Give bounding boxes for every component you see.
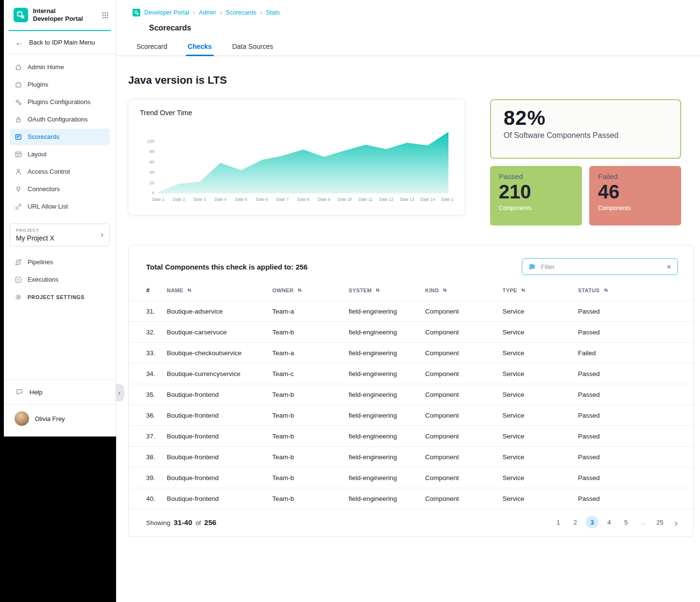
project-selector[interactable]: PROJECT My Project X ›: [10, 224, 110, 246]
sidebar-item-scorecards[interactable]: Scorecards: [10, 129, 110, 145]
back-to-idp-main-menu[interactable]: ← Back to IDP Main Menu: [4, 31, 116, 54]
showing-range: 31-40: [174, 518, 192, 527]
sidebar-item-label: Connectors: [28, 185, 60, 193]
showing-summary: Showing 31-40 of 256: [146, 518, 216, 527]
play-square-icon: [15, 276, 22, 284]
app-title-line2: Developer Portal: [33, 15, 83, 23]
cell-owner: Team-b: [267, 384, 343, 405]
showing-of: of: [195, 519, 201, 527]
sidebar-item-access-control[interactable]: Access Control: [10, 164, 110, 180]
table-row[interactable]: 31.Boutique-adserviceTeam-afield-enginee…: [129, 301, 693, 322]
column-header-owner[interactable]: OWNER: [267, 282, 343, 301]
apps-grid-icon[interactable]: [102, 12, 109, 19]
table-row[interactable]: 36.Boutique-frontendTeam-bfield-engineer…: [129, 405, 693, 426]
table-row[interactable]: 33.Boutique-checkoutserviceTeam-afield-e…: [129, 343, 693, 363]
trend-area-series: [158, 132, 448, 193]
filter-sliders-icon: [528, 263, 536, 271]
sort-icon[interactable]: [297, 287, 302, 293]
breadcrumb-scorecards[interactable]: Scorecards: [226, 9, 256, 16]
cell-owner: Team-b: [267, 467, 343, 488]
components-table-head-row: #NAMEOWNERSYSTEMKINDTYPESTATUS: [129, 282, 693, 301]
passed-card: Passed 210 Components: [490, 166, 582, 226]
failed-card: Failed 46 Components: [589, 166, 681, 226]
chat-icon: [15, 388, 23, 396]
cell-owner: Team-a: [267, 343, 343, 363]
sidebar-item-oauth-configurations[interactable]: OAuth Configurations: [10, 111, 110, 128]
sidebar-item-executions[interactable]: Executions: [10, 271, 110, 288]
cell-type: Service: [497, 488, 572, 509]
tabs-bar: Scorecard Checks Data Sources: [116, 41, 700, 56]
route-icon: [15, 258, 22, 266]
percent-passed-value: 82%: [504, 106, 668, 130]
sidebar-item-label: Plugins: [28, 81, 48, 88]
pagination-page-25[interactable]: 25: [654, 516, 666, 528]
column-header-system[interactable]: SYSTEM: [343, 282, 419, 301]
table-row[interactable]: 40.Boutique-frontendTeam-bfield-engineer…: [129, 488, 693, 509]
x-tick-label: Date 10: [338, 197, 352, 202]
cell-status: Passed: [572, 363, 693, 384]
sidebar-item-pipelines[interactable]: Pipelines: [10, 254, 110, 271]
cell-num: 32.: [129, 322, 161, 343]
sort-icon[interactable]: [442, 287, 447, 293]
breadcrumb-admin[interactable]: Admin: [199, 9, 216, 16]
column-header-label: TYPE: [503, 287, 517, 293]
sidebar-item-connectors[interactable]: Connectors: [10, 181, 110, 197]
column-header-type[interactable]: TYPE: [497, 282, 572, 301]
sidebar-item-project-settings[interactable]: PROJECT SETTINGS: [10, 289, 110, 305]
sidebar-item-admin-home[interactable]: Admin Home: [10, 59, 110, 75]
cell-num: 39.: [129, 467, 161, 488]
sort-icon[interactable]: [521, 287, 526, 293]
user-menu[interactable]: Olivia Frey: [4, 404, 116, 436]
sidebar-item-plugins[interactable]: Plugins: [10, 76, 110, 93]
cell-kind: Component: [419, 363, 497, 384]
breadcrumb-separator: ›: [193, 9, 195, 16]
table-row[interactable]: 39.Boutique-frontendTeam-bfield-engineer…: [129, 467, 693, 488]
filter-input[interactable]: [541, 263, 662, 271]
sidebar-item-label: OAuth Configurations: [28, 116, 88, 123]
table-row[interactable]: 38.Boutique-frontendTeam-bfield-engineer…: [129, 447, 693, 467]
clear-filter-icon[interactable]: ×: [667, 263, 671, 271]
x-tick-label: Date 2: [173, 197, 185, 202]
table-row[interactable]: 35.Boutique-frontendTeam-bfield-engineer…: [129, 384, 693, 405]
pagination-page-5[interactable]: 5: [620, 516, 632, 528]
cell-system: field-engineering: [343, 405, 419, 426]
sort-icon[interactable]: [375, 287, 380, 293]
sidebar-item-url-allow-list[interactable]: URL Allow List: [10, 198, 110, 215]
cell-name: Boutique-frontend: [161, 467, 267, 488]
components-table-body: 31.Boutique-adserviceTeam-afield-enginee…: [129, 301, 693, 509]
x-tick-label: Date 1: [152, 197, 164, 202]
table-row[interactable]: 37.Boutique-frontendTeam-bfield-engineer…: [129, 426, 693, 447]
sidebar-item-plugins-configurations[interactable]: Plugins Configurations: [10, 94, 110, 110]
y-tick-label: 40: [149, 170, 154, 175]
sort-icon[interactable]: [603, 287, 609, 293]
summary-column: 82% Of Software Components Passed Passed…: [490, 99, 681, 226]
pagination-page-2[interactable]: 2: [569, 516, 581, 528]
table-row[interactable]: 32.Boutique-carservuceTeam-bfield-engine…: [129, 322, 693, 343]
tab-checks[interactable]: Checks: [187, 41, 213, 56]
pagination-page-4[interactable]: 4: [603, 516, 615, 528]
cell-num: 33.: [129, 343, 161, 363]
help-button[interactable]: Help: [4, 379, 116, 404]
breadcrumb-developer-portal[interactable]: Developer Portal: [144, 9, 189, 16]
column-header-kind[interactable]: KIND: [419, 282, 497, 301]
column-header-label: KIND: [425, 287, 439, 293]
cell-status: Passed: [572, 467, 693, 488]
tab-data-sources[interactable]: Data Sources: [231, 41, 274, 56]
pagination-page-1[interactable]: 1: [552, 516, 565, 528]
cell-system: field-engineering: [343, 384, 419, 405]
sidebar-item-layout[interactable]: Layout: [10, 146, 110, 163]
column-header-status[interactable]: STATUS: [572, 282, 693, 301]
tab-scorecard[interactable]: Scorecard: [135, 41, 168, 56]
column-header-name[interactable]: NAME: [161, 282, 267, 301]
table-row[interactable]: 34.Boutique-currencyserviceTeam-cfield-e…: [129, 363, 693, 384]
sort-icon[interactable]: [187, 287, 192, 293]
page-title: Scorecards: [149, 24, 700, 32]
cell-kind: Component: [419, 301, 497, 322]
cell-num: 37.: [129, 426, 161, 447]
breadcrumb-stats[interactable]: Stats: [266, 9, 280, 16]
pagination-next-button[interactable]: ›: [674, 517, 678, 527]
y-tick-label: 20: [149, 181, 154, 185]
sidebar-collapse-handle[interactable]: ‹: [116, 384, 123, 401]
pagination-page-3[interactable]: 3: [586, 516, 598, 528]
cell-name: Boutique-frontend: [161, 488, 267, 509]
